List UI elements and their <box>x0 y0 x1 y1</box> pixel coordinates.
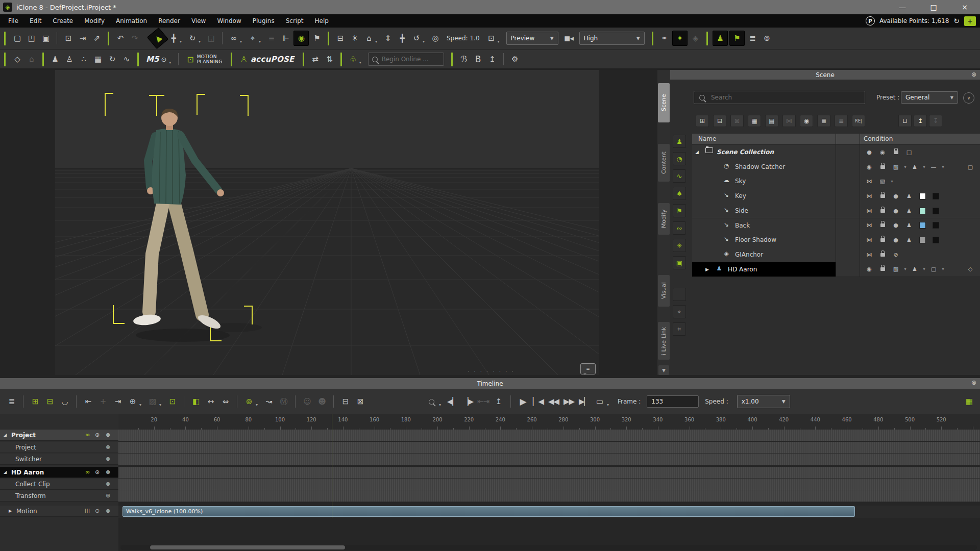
lock-icon[interactable] <box>889 151 902 154</box>
rotate-tool-icon[interactable]: ↻ <box>186 32 199 45</box>
track-motion[interactable]: ▶Motion|||⊙⊗ <box>0 506 118 517</box>
close-icon[interactable]: ⊗ <box>104 481 112 487</box>
track-collect-clip[interactable]: Collect Clip⊗ <box>0 479 118 490</box>
blend-clip-caret-icon[interactable]: ▾ <box>159 396 164 407</box>
face-puppet-icon[interactable]: ☻ <box>315 395 328 408</box>
tree-row-scene-collection[interactable]: ◢Scene Collection●◉□ <box>692 145 980 160</box>
track-project[interactable]: ◢Project∞⊙⊗ <box>0 430 118 441</box>
track-hd-aaron[interactable]: ◢HD Aaron∞⊙⊗ <box>0 467 118 478</box>
camcorder-icon[interactable]: ◼◂ <box>562 32 575 45</box>
insert-clip-caret-icon[interactable]: ▾ <box>139 396 144 407</box>
reach-target-icon[interactable]: ♟ <box>713 31 728 46</box>
timeline-close-icon[interactable]: ⊗ <box>971 379 976 386</box>
loop-clip-icon[interactable]: ⊡ <box>166 395 179 408</box>
view-list-button[interactable]: ▤ <box>765 115 778 127</box>
lock-icon[interactable] <box>876 165 889 169</box>
zoom-timeline-icon[interactable] <box>425 395 438 408</box>
color-swatch[interactable] <box>916 208 929 214</box>
fit-section-icon[interactable]: ⇤⇥ <box>477 395 489 408</box>
preferences-gear-icon[interactable]: ⚙ <box>508 53 521 66</box>
menu-animation[interactable]: Animation <box>110 14 153 28</box>
tool-empty-button[interactable] <box>673 288 686 301</box>
chevron-down-icon[interactable]: ▾ <box>902 267 908 271</box>
viseme-track-icon[interactable]: ◡ <box>58 395 71 408</box>
rotate-tool-caret-icon[interactable]: ▾ <box>199 33 203 44</box>
dummy-icon[interactable]: ♟ <box>902 208 916 214</box>
timeline-scrollbar-thumb[interactable] <box>150 545 345 549</box>
color-swatch[interactable] <box>929 193 942 199</box>
tabs-more-button[interactable]: ▼ <box>658 365 669 375</box>
chevron-down-icon[interactable]: ▾ <box>902 165 908 169</box>
prop-blocks-icon[interactable]: ◈ <box>689 32 702 45</box>
expand-all-button[interactable]: ≣ <box>817 115 830 127</box>
motion-orbit-icon[interactable]: ⊚ <box>761 32 773 45</box>
chevron-down-icon[interactable]: ▾ <box>889 179 895 184</box>
next-section-icon[interactable]: ▕▶ <box>461 395 474 408</box>
scene-light-icon[interactable]: ☀ <box>348 32 361 45</box>
motion-director-logo-caret-icon[interactable]: ▾ <box>169 54 174 65</box>
curve-editor-icon[interactable]: ↝ <box>262 395 275 408</box>
face-key-icon[interactable]: ☺ <box>301 395 313 408</box>
add-to-folder-button[interactable]: ⊟ <box>713 115 726 127</box>
panel-drag-handle[interactable]: · · · · · · · · <box>468 368 515 374</box>
plant-foot-icon[interactable]: ♧ <box>347 53 359 66</box>
camera-home-icon[interactable]: ⌂ <box>362 32 375 45</box>
track-switcher[interactable]: Switcher⊗ <box>0 454 118 465</box>
link-mode-button[interactable]: ⋈ <box>782 115 796 127</box>
tree-row-floor-shadow[interactable]: ↘Floor Shadow⋈●♟ <box>692 233 980 248</box>
attach-tool-icon[interactable]: ∞ <box>227 32 240 45</box>
motion-list-icon[interactable]: ≣ <box>746 32 759 45</box>
menu-create[interactable]: Create <box>47 14 79 28</box>
close-icon[interactable]: ⊗ <box>104 469 112 475</box>
camera-frame-caret-icon[interactable]: ▾ <box>498 33 502 44</box>
color-swatch[interactable] <box>929 222 942 229</box>
eye-icon[interactable]: ⊙ <box>93 508 102 514</box>
eye-icon[interactable]: ◉ <box>863 266 876 272</box>
dummy-icon[interactable]: ♟ <box>902 193 916 199</box>
chevron-down-icon[interactable]: ▾ <box>921 165 927 169</box>
close-button[interactable]: × <box>953 0 976 14</box>
remove-clip-icon[interactable]: ⊠ <box>354 395 366 408</box>
tool-select-button[interactable]: ⌖ <box>673 305 686 318</box>
snap-tool-caret-icon[interactable]: ▾ <box>259 33 263 44</box>
dummy-icon[interactable]: ♟ <box>902 237 916 243</box>
eye-icon[interactable]: ◉ <box>876 149 889 156</box>
track-project[interactable]: Project⊗ <box>0 442 118 453</box>
motion-planning-logo[interactable]: ⊡MOTIONPLANNING <box>187 54 222 64</box>
online-search-input[interactable] <box>381 55 440 63</box>
feedback-button[interactable]: ≡ <box>580 363 596 374</box>
chevron-down-icon[interactable]: ▾ <box>940 165 946 169</box>
tab-modify[interactable]: Modify <box>658 203 670 235</box>
prev-frame-icon[interactable]: ◀◀ <box>547 395 560 408</box>
delete-folder-button[interactable]: ⊠ <box>730 115 744 127</box>
preset-dropdown[interactable]: General ▼ <box>901 91 958 104</box>
menu-window[interactable]: Window <box>211 14 247 28</box>
filter-particle-button[interactable]: ✳ <box>673 239 686 252</box>
filter-plant-button[interactable]: ♠ <box>673 187 686 200</box>
attach-tool-caret-icon[interactable]: ▾ <box>240 33 244 44</box>
refresh-points-icon[interactable]: ↻ <box>953 17 960 25</box>
filter-avatar-button[interactable]: ♟ <box>673 135 686 148</box>
tab-scene[interactable]: Scene <box>658 83 670 122</box>
accupose-logo[interactable]: ♙accuPOSE <box>240 55 295 64</box>
glasses-icon[interactable]: ⋈ <box>863 222 876 229</box>
dot-icon[interactable]: ● <box>889 222 902 229</box>
pose-copy-ud-icon[interactable]: ⇅ <box>323 53 336 66</box>
tab-content[interactable]: Content <box>658 144 670 182</box>
close-icon[interactable]: ⊗ <box>104 492 112 499</box>
camera-home-caret-icon[interactable]: ▾ <box>375 33 380 44</box>
expander-icon[interactable]: ◢ <box>695 149 699 155</box>
color-swatch[interactable] <box>916 237 929 243</box>
new-project-icon[interactable]: ▢ <box>11 32 23 45</box>
tree-row-hd-aaron[interactable]: ▶♟HD Aaron◉▧▾♟▾▢▾◇ <box>692 262 980 278</box>
camera-orbit-icon[interactable]: ↺ <box>410 32 423 45</box>
go-end-icon[interactable]: ▶▏ <box>578 395 591 408</box>
close-icon[interactable]: ⊗ <box>104 456 112 462</box>
scene-search-input[interactable] <box>710 93 850 102</box>
dope-sheet-caret-icon[interactable]: ▾ <box>256 396 260 407</box>
add-track-icon[interactable]: ⊞ <box>29 395 41 408</box>
filter-link-button[interactable]: ∾ <box>673 221 686 235</box>
camera-pan-icon[interactable]: ╋ <box>396 32 408 45</box>
minimize-button[interactable]: — <box>891 0 914 14</box>
visibility-filter-button[interactable]: ◉ <box>800 115 813 127</box>
